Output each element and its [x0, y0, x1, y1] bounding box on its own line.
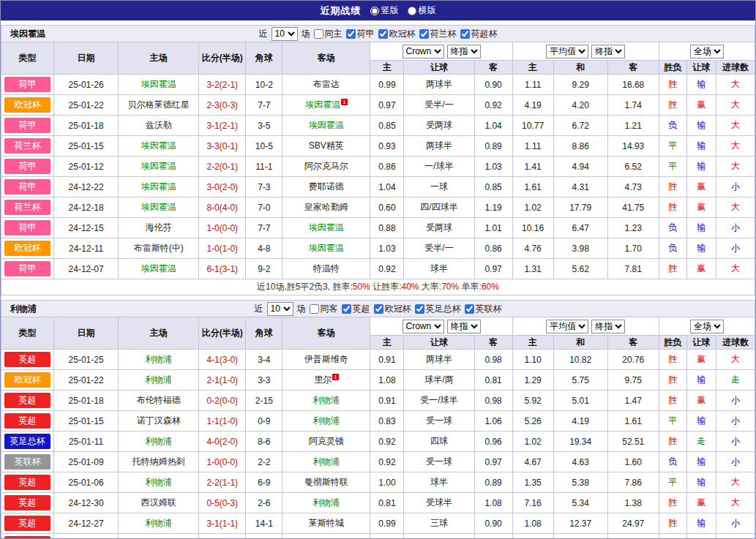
league-checkbox[interactable]: [346, 29, 356, 39]
home-team-name: 诺丁汉森林: [137, 415, 181, 426]
scope-select[interactable]: 全场: [690, 45, 724, 59]
match-count-select[interactable]: 10: [267, 302, 293, 316]
away-team-cell[interactable]: 利物浦: [282, 534, 370, 539]
league-option-4[interactable]: 英联杯: [465, 303, 502, 315]
home-team-cell[interactable]: 托特纳姆热刺: [119, 452, 199, 472]
away-team-cell[interactable]: 布雷达: [282, 75, 370, 95]
same-venue-checkbox[interactable]: [314, 29, 323, 39]
home-team-cell[interactable]: 埃因霍温: [119, 259, 199, 279]
avg-away-cell: 1.70: [607, 238, 659, 259]
away-team-cell[interactable]: 埃因霍温: [282, 238, 370, 259]
league-option-1[interactable]: 英超: [342, 303, 370, 315]
goals-result-cell: 小: [716, 452, 755, 472]
home-team-cell[interactable]: 利物浦: [119, 370, 199, 391]
away-team-cell[interactable]: 费耶诺德: [282, 177, 370, 197]
goals-result-cell: 小: [716, 513, 755, 534]
league-option-4[interactable]: 荷超杯: [460, 28, 498, 40]
handicap-cell: 两球半: [404, 75, 474, 95]
league-checkbox[interactable]: [465, 304, 474, 314]
handicap-cell: 受半/一: [404, 238, 474, 259]
league-label: 荷甲: [357, 28, 375, 40]
home-team-cell[interactable]: 埃因霍温: [119, 136, 199, 157]
same-venue-option[interactable]: 同客: [310, 303, 338, 315]
odds-stage-select[interactable]: 终指: [447, 45, 481, 59]
outcome-cell: 平: [659, 136, 686, 157]
league-label: 荷超杯: [471, 28, 498, 40]
league-type-cell: 英超: [1, 513, 54, 534]
away-team-cell[interactable]: 埃因霍温: [282, 218, 370, 238]
average-type-select[interactable]: 平均值: [546, 320, 588, 333]
league-option-3[interactable]: 英足总杯: [415, 303, 461, 315]
home-team-cell[interactable]: 埃因霍温: [119, 157, 199, 177]
match-count-select[interactable]: 10: [272, 27, 298, 41]
home-team-cell[interactable]: 利物浦: [119, 350, 199, 370]
home-team-cell[interactable]: 利物浦: [119, 431, 199, 452]
league-checkbox[interactable]: [374, 304, 383, 314]
away-team-cell[interactable]: 里尔1: [282, 370, 370, 391]
league-type-badge: 欧冠杯: [4, 241, 50, 256]
match-row: 英超25-01-18布伦特福德0-2(0-0)2-15利物浦0.91受一/球半0…: [1, 391, 755, 411]
away-team-cell[interactable]: 莱斯特城: [282, 513, 370, 534]
away-team-name: 阿尔克马尔: [304, 161, 348, 171]
league-checkbox[interactable]: [460, 29, 470, 39]
home-team-cell[interactable]: 埃因霍温: [119, 177, 199, 197]
league-checkbox[interactable]: [415, 304, 424, 314]
average-stage-select[interactable]: 终指: [591, 45, 625, 59]
league-option-2[interactable]: 欧冠杯: [374, 303, 411, 315]
home-team-cell[interactable]: 西汉姆联: [119, 493, 199, 513]
average-stage-select[interactable]: 终指: [591, 320, 625, 333]
same-venue-option[interactable]: 同主: [314, 28, 343, 40]
home-team-cell[interactable]: 兹沃勒: [119, 116, 199, 136]
score-cell: 3-1(1-1): [199, 513, 246, 534]
col-subheader: 和: [553, 336, 607, 350]
home-odds-cell: 0.93: [370, 136, 404, 157]
near-label: 近: [259, 28, 268, 40]
horizontal-layout-radio[interactable]: [408, 7, 416, 15]
odds-stage-select[interactable]: 终指: [447, 320, 481, 333]
away-team-cell[interactable]: 埃因霍温: [282, 116, 370, 136]
home-team-cell[interactable]: 布伦特福德: [119, 391, 199, 411]
bookmaker-select[interactable]: Crown: [403, 45, 444, 59]
league-option-1[interactable]: 荷甲: [346, 28, 375, 40]
away-team-cell[interactable]: 利物浦: [282, 493, 370, 513]
home-team-cell[interactable]: 埃因霍温: [119, 75, 199, 95]
goals-result-cell: 大: [716, 116, 755, 136]
scope-select[interactable]: 全场: [690, 320, 724, 333]
league-option-2[interactable]: 欧冠杯: [378, 28, 416, 40]
home-team-name: 利物浦: [146, 518, 172, 528]
league-checkbox[interactable]: [378, 29, 388, 39]
date-cell: 24-12-27: [54, 513, 119, 534]
away-team-cell[interactable]: 利物浦: [282, 391, 370, 411]
away-team-cell[interactable]: 特温特: [282, 259, 370, 279]
goals-result-cell: 小: [716, 391, 755, 411]
home-team-cell[interactable]: 海伦芬: [119, 218, 199, 238]
away-team-cell[interactable]: 利物浦: [282, 452, 370, 472]
away-team-cell[interactable]: 曼彻斯特联: [282, 472, 370, 493]
away-team-cell[interactable]: 埃因霍温1: [282, 95, 370, 116]
vertical-layout-radio[interactable]: [370, 7, 379, 15]
home-team-cell[interactable]: 布雷斯特(中): [119, 238, 199, 259]
bookmaker-select[interactable]: Crown: [403, 320, 444, 333]
away-team-cell[interactable]: 阿尔克马尔: [282, 157, 370, 177]
home-team-cell[interactable]: 利物浦: [119, 472, 199, 493]
league-checkbox[interactable]: [342, 304, 351, 314]
layout-option-vertical[interactable]: 竖版: [370, 4, 399, 17]
away-team-cell[interactable]: 利物浦: [282, 411, 370, 431]
home-team-cell[interactable]: 诺丁汉森林: [119, 411, 199, 431]
avg-draw-cell: 4.63: [553, 452, 607, 472]
home-team-cell[interactable]: 托特纳姆热刺: [119, 534, 199, 539]
average-type-select[interactable]: 平均值: [546, 45, 588, 59]
same-venue-checkbox[interactable]: [310, 304, 319, 314]
league-checkbox[interactable]: [419, 29, 429, 39]
away-team-cell[interactable]: 阿克灵顿: [282, 431, 370, 452]
home-team-cell[interactable]: 贝尔格莱德红星: [119, 95, 199, 116]
outcome-cell: 平: [659, 411, 686, 431]
away-team-cell[interactable]: 伊普斯维奇: [282, 350, 370, 370]
odds-select-group: Crown终指: [370, 42, 512, 61]
home-team-cell[interactable]: 埃因霍温: [119, 197, 199, 218]
layout-option-horizontal[interactable]: 横版: [408, 4, 436, 17]
away-team-cell[interactable]: 皇家哈勤姆: [282, 197, 370, 218]
league-option-3[interactable]: 荷兰杯: [419, 28, 457, 40]
away-team-cell[interactable]: SBV精英: [282, 136, 370, 157]
home-team-cell[interactable]: 利物浦: [119, 513, 199, 534]
